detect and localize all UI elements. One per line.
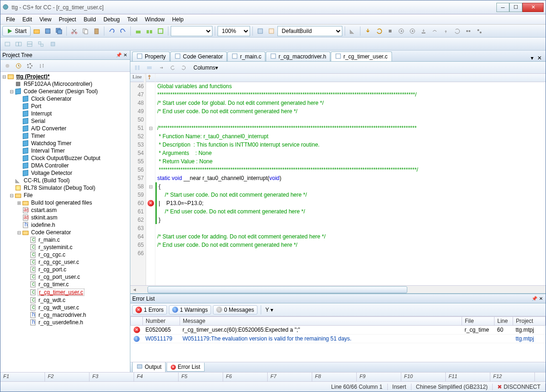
tree-node[interactable]: cr_cg_port.c <box>1 266 129 273</box>
step-out-icon[interactable] <box>441 26 451 36</box>
tree-node[interactable]: R5F102AA (Microcontroller) <box>1 80 129 88</box>
tree-opt2-icon[interactable] <box>13 61 24 71</box>
tree-node[interactable]: cr_systeminit.c <box>1 244 129 251</box>
window1-icon[interactable] <box>2 39 13 49</box>
fkey-f2[interactable]: F2 <box>45 373 90 381</box>
tab-property[interactable]: Property <box>132 51 170 61</box>
fkey-f1[interactable]: F1 <box>0 373 45 381</box>
open-icon[interactable] <box>32 26 42 36</box>
fkey-f6[interactable]: F6 <box>223 373 268 381</box>
paste-icon[interactable] <box>91 26 102 36</box>
step-over-icon[interactable] <box>430 26 440 36</box>
reset-icon[interactable] <box>374 26 384 36</box>
tree-sort-icon[interactable] <box>37 61 47 71</box>
tab-close-icon[interactable]: ✕ <box>535 55 544 61</box>
build-project-icon[interactable] <box>155 26 166 36</box>
code-editor[interactable]: Line464748495051525354555657585960616263… <box>130 74 546 285</box>
window4-icon[interactable] <box>36 39 46 49</box>
menu-tool[interactable]: Tool <box>123 15 141 24</box>
minimize-button[interactable]: ─ <box>496 3 509 12</box>
start-button[interactable]: Start <box>2 26 31 36</box>
run2-icon[interactable] <box>407 26 418 36</box>
fkey-f4[interactable]: F4 <box>134 373 179 381</box>
tree-node[interactable]: hiodefine.h <box>1 221 129 229</box>
tree-node[interactable]: ⊞Build tool generated files <box>1 199 129 206</box>
bottom-tab-error-list[interactable]: ✕Error List <box>167 363 205 372</box>
tree-node[interactable]: asmcstart.asm <box>1 206 129 214</box>
tree-node[interactable]: Clock Generator <box>1 95 129 103</box>
tree-node[interactable]: Interval Timer <box>1 147 129 154</box>
tab-r-cg-macrodriver-h[interactable]: r_cg_macrodriver.h <box>266 51 330 61</box>
tree-node[interactable]: Interrupt <box>1 110 129 117</box>
window5-icon[interactable] <box>48 39 58 49</box>
tree-node[interactable]: hr_cg_userdefine.h <box>1 319 129 326</box>
tree-node[interactable]: Watchdog Timer <box>1 140 129 147</box>
save-icon[interactable] <box>43 26 53 36</box>
filter-menu-icon[interactable]: Y ▾ <box>264 305 275 315</box>
tree-node[interactable]: Port <box>1 103 129 110</box>
error-row[interactable]: ✕E0520065r_cg_timer_user.c(60):E0520065:… <box>131 326 546 334</box>
tree-node[interactable]: CC-RL (Build Tool) <box>1 177 129 184</box>
maximize-button[interactable]: ☐ <box>509 3 522 12</box>
close-pane-icon[interactable]: ✕ <box>123 52 127 58</box>
menu-help[interactable]: Help <box>168 15 187 24</box>
tree-node[interactable]: cr_cg_cgc_user.c <box>1 258 129 266</box>
menu-window[interactable]: Window <box>141 15 168 24</box>
tree-node[interactable]: Clock Output/Buzzer Output <box>1 154 129 162</box>
menu-project[interactable]: Project <box>55 15 80 24</box>
error-pin-icon[interactable]: 📌 <box>532 296 537 301</box>
copy-icon[interactable] <box>80 26 90 36</box>
tree-node[interactable]: RL78 Simulator (Debug Tool) <box>1 184 129 192</box>
toggle2-icon[interactable] <box>144 63 154 73</box>
tree-opt1-icon[interactable] <box>2 61 13 71</box>
error-table[interactable]: NumberMessageFileLineProject✕E0520065r_c… <box>130 316 546 362</box>
properties-icon[interactable] <box>266 26 276 36</box>
tree-node[interactable]: DMA Controller <box>1 162 129 169</box>
connect-icon[interactable] <box>463 26 473 36</box>
tab-r-main-c[interactable]: r_main.c <box>227 51 265 61</box>
rebuild-icon[interactable] <box>144 26 154 36</box>
cut-icon[interactable] <box>69 26 79 36</box>
tree-node[interactable]: cr_cg_wdt.c <box>1 296 129 304</box>
download-icon[interactable] <box>363 26 373 36</box>
tree-node[interactable]: cr_cg_port_user.c <box>1 273 129 281</box>
fkey-f10[interactable]: F10 <box>401 373 446 381</box>
tree-node[interactable]: ⊟Code Generator (Design Tool) <box>1 88 129 95</box>
editor-hscrollbar[interactable]: ◂ <box>130 285 546 293</box>
tree-node[interactable]: hr_cg_macrodriver.h <box>1 311 129 319</box>
tree-node[interactable]: asmstkinit.asm <box>1 214 129 221</box>
undo-icon[interactable] <box>107 26 117 36</box>
menu-view[interactable]: View <box>36 15 55 24</box>
tree-node[interactable]: A/D Converter <box>1 125 129 132</box>
build-icon[interactable] <box>133 26 143 36</box>
project-tree[interactable]: ⊟ttg (Project)*R5F102AA (Microcontroller… <box>0 72 130 372</box>
tree-node[interactable]: ⊟File <box>1 192 129 199</box>
window2-icon[interactable] <box>13 39 24 49</box>
build-config-combo[interactable]: DefaultBuild <box>277 26 342 36</box>
warnings-filter[interactable]: !1 Warnings <box>169 305 211 315</box>
close-button[interactable]: ✕ <box>522 3 544 12</box>
nav-back2-icon[interactable] <box>179 63 189 73</box>
save-all-icon[interactable] <box>54 26 64 36</box>
step-in-icon[interactable] <box>418 26 429 36</box>
tree-node[interactable]: cr_cg_wdt_user.c <box>1 304 129 311</box>
tab-code-generator[interactable]: Code Generator <box>170 51 227 61</box>
tree-node[interactable]: cr_cg_timer_user.c <box>1 288 129 296</box>
bottom-tab-output[interactable]: Output <box>132 362 166 373</box>
menu-debug[interactable]: Debug <box>100 15 123 24</box>
tree-node[interactable]: cr_cg_cgc.c <box>1 251 129 258</box>
menu-build[interactable]: Build <box>80 15 100 24</box>
fkey-f3[interactable]: F3 <box>90 373 134 381</box>
run-icon[interactable] <box>396 26 406 36</box>
tree-opt3-icon[interactable] <box>25 61 35 71</box>
error-row[interactable]: !W0511179W0511179:The evaluation version… <box>131 334 546 343</box>
tab-dropdown-icon[interactable]: ▾ <box>529 55 535 61</box>
tree-node[interactable]: ⊟ttg (Project)* <box>1 73 129 80</box>
restart-icon[interactable] <box>452 26 462 36</box>
tree-node[interactable]: cr_main.c <box>1 236 129 244</box>
fkey-f8[interactable]: F8 <box>312 373 357 381</box>
fkey-f5[interactable]: F5 <box>179 373 223 381</box>
messages-filter[interactable]: i0 Messages <box>213 305 257 315</box>
disconnect-icon[interactable] <box>474 26 484 36</box>
wrench-icon[interactable] <box>347 26 358 36</box>
